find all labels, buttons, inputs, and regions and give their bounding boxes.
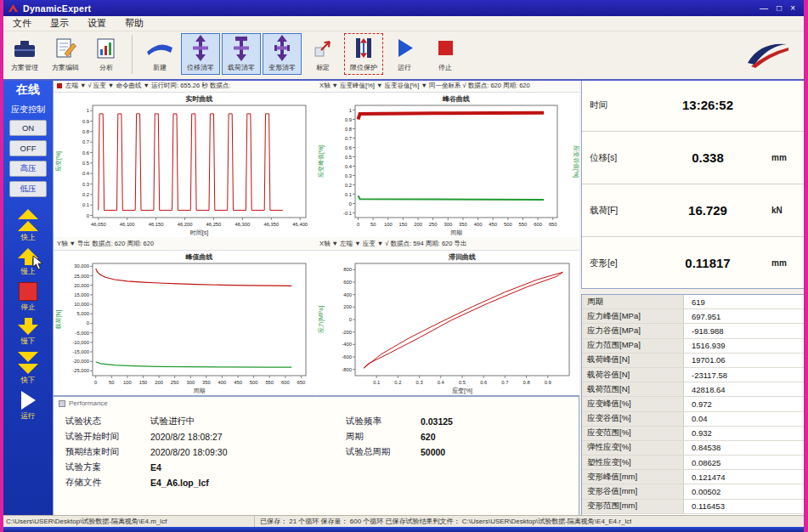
app-window: DynamicExpert — □ × 文件 显示 设置 帮助 方案管理 方案编… [0,0,808,532]
folder-manage-icon [12,34,37,62]
svg-text:0.4: 0.4 [82,171,90,176]
minimize-button[interactable]: — [760,3,768,13]
edit-icon [54,34,77,62]
chart-header-hysteresis[interactable]: X轴 ▼ 左端 ▼ 应变 ▼ √ 数据点: 594 周期: 620 导出 [316,237,579,251]
svg-text:应变谷值[%]: 应变谷值[%] [573,145,579,178]
svg-text:50: 50 [370,222,376,227]
svg-text:0.4: 0.4 [345,164,353,169]
result-label: 载荷峰值[N] [582,354,684,367]
menu-item-help[interactable]: 帮助 [116,17,153,30]
chart-header-text: X轴 ▼ 应变峰值[%] ▼ 应变谷值[%] ▼ 同一坐标系 √ 数据点: 62… [319,82,530,90]
svg-text:0.6: 0.6 [480,380,487,385]
displacement-zero-button[interactable]: 位移清零 [181,33,220,75]
result-value: 619 [684,297,705,307]
svg-text:500: 500 [504,222,512,227]
on-button[interactable]: ON [9,120,47,136]
result-label: 应力范围[MPa] [582,339,684,353]
svg-text:0.6: 0.6 [345,145,352,150]
svg-text:峰值曲线: 峰值曲线 [186,253,213,261]
result-row: 应变峰值[%]0.972 [582,397,804,411]
performance-label: 试验总周期 [346,446,421,458]
fast-down-button[interactable]: 快下 [18,352,38,386]
menu-item-settings[interactable]: 设置 [78,17,116,30]
svg-text:250: 250 [171,380,179,385]
limit-protect-icon [353,34,375,62]
chart-header-trend[interactable]: X轴 ▼ 应变峰值[%] ▼ 应变谷值[%] ▼ 同一坐标系 √ 数据点: 62… [316,79,579,93]
performance-label: 试验频率 [346,416,421,427]
svg-text:-600: -600 [342,354,352,359]
brand-logo-icon [743,37,792,76]
svg-text:500: 500 [250,380,258,385]
svg-text:46,350: 46,350 [263,222,279,227]
fast-up-button[interactable]: 快上 [18,209,38,243]
svg-text:-5,000: -5,000 [76,331,89,336]
result-value: 0.04 [684,414,708,423]
calibration-button[interactable]: 标定 [303,33,342,75]
result-label: 变形谷值[mm] [582,484,684,498]
high-pressure-button[interactable]: 高压 [9,161,47,177]
svg-text:0: 0 [87,320,89,325]
result-label: 变形峰值[mm] [582,470,684,484]
svg-text:0: 0 [349,201,352,207]
result-label: 应变谷值[%] [582,412,684,426]
chart-header-text: Y轴 ▼ 导出 数据点: 620 周期: 620 [57,240,154,248]
svg-text:应变[%]: 应变[%] [452,387,472,394]
run-button[interactable]: 运行 [385,33,424,75]
status-save-info: 已保存： 21 个循环 保存量： 600 个循环 已保存试验结果到文件： C:\… [255,516,631,527]
menu-item-file[interactable]: 文件 [3,17,41,30]
svg-text:46,200: 46,200 [178,222,193,227]
stop-button[interactable]: 停止 [426,33,465,75]
svg-text:0.9: 0.9 [82,119,89,124]
svg-text:100: 100 [384,222,393,227]
jog-stop-button[interactable]: 停止 [19,282,37,313]
result-label: 应力谷值[MPa] [582,324,684,337]
toolbar-button-label: 分析 [99,63,113,72]
screen-edge-left [0,0,3,532]
toolbar-button-label: 变形清零 [268,63,296,72]
svg-text:0.5: 0.5 [345,155,352,160]
double-up-arrow-icon [18,209,38,231]
toolbar-separator [132,35,133,74]
trend-chart-panel: X轴 ▼ 应变峰值[%] ▼ 应变谷值[%] ▼ 同一坐标系 √ 数据点: 62… [316,79,579,238]
svg-text:0: 0 [357,222,359,227]
slow-down-button[interactable]: 慢下 [18,318,38,347]
chart-header-peaks[interactable]: Y轴 ▼ 导出 数据点: 620 周期: 620 [54,237,316,251]
svg-text:250: 250 [429,222,438,227]
readout-value: 0.338 [644,150,771,165]
scheme-manage-button[interactable]: 方案管理 [5,33,44,75]
svg-text:5,000: 5,000 [76,311,89,316]
load-zero-button[interactable]: 载荷清零 [222,33,261,75]
analysis-button[interactable]: 分析 [87,33,126,75]
toolbar-button-label: 位移清零 [187,63,214,72]
down-arrow-icon [18,318,38,335]
strain-zero-button[interactable]: 变形清零 [263,33,302,75]
low-pressure-button[interactable]: 低压 [9,181,47,197]
maximize-button[interactable]: □ [777,3,782,13]
svg-text:600: 600 [281,380,290,385]
svg-text:0.3: 0.3 [82,182,89,187]
svg-text:350: 350 [202,380,211,385]
result-row: 变形谷值[mm]0.00502 [582,484,804,499]
close-button[interactable]: × [790,3,795,13]
new-button[interactable]: 新建 [140,33,179,75]
performance-value: 试验进行中 [150,416,195,427]
limit-protect-button[interactable]: 限位保护 [344,33,383,75]
toolbar-button-label: 限位保护 [350,63,377,72]
sidebar-run-button[interactable]: 运行 [21,391,36,422]
svg-text:0.1: 0.1 [82,202,89,207]
readout-value: 13:26:52 [644,98,771,112]
svg-text:0.5: 0.5 [82,161,89,166]
scheme-edit-button[interactable]: 方案编辑 [46,33,85,75]
result-value: 0.84538 [684,443,720,452]
result-row: 应力峰值[MPa]697.951 [582,309,804,324]
result-value: 1516.939 [684,341,726,350]
performance-row: 预期结束时间2020/8/20 18:09:30 [65,444,346,460]
performance-header: Performance [54,397,579,407]
svg-text:10,000: 10,000 [74,302,89,307]
chart-header-realtime[interactable]: 左端 ▼ √ 应变 ▼ 命令曲线 ▼ 运行时间: 655.26 秒 数据点: [54,79,316,93]
menu-item-display[interactable]: 显示 [41,17,78,30]
svg-text:-25,000: -25,000 [72,368,89,373]
off-button[interactable]: OFF [9,140,47,156]
performance-icon [59,400,65,407]
svg-text:0.1: 0.1 [345,192,352,197]
